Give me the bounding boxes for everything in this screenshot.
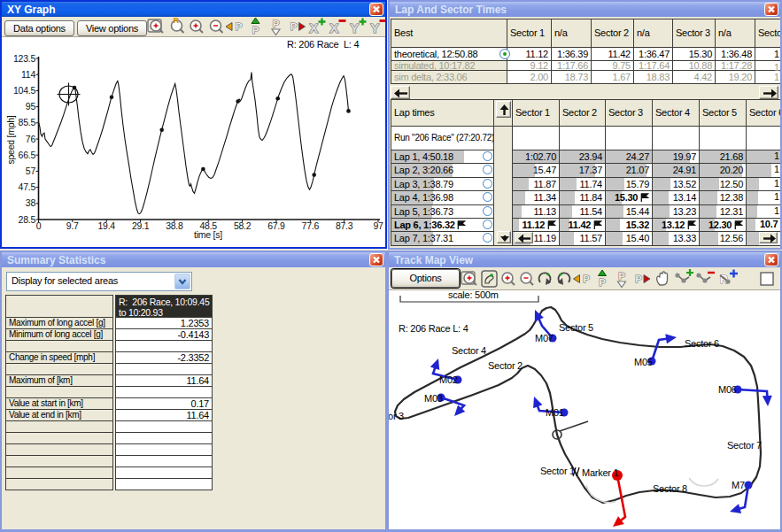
svg-text:Sector 8: Sector 8	[653, 483, 687, 494]
svg-text:M06: M06	[718, 384, 737, 395]
svg-text:85.5: 85.5	[19, 117, 36, 127]
svg-text:M7: M7	[732, 480, 745, 490]
svg-text:38: 38	[26, 197, 36, 208]
svg-text:time [s]: time [s]	[194, 229, 222, 240]
svg-text:speed [mph]: speed [mph]	[5, 115, 16, 164]
svg-text:M01: M01	[546, 407, 564, 418]
svg-text:47.5: 47.5	[19, 181, 36, 192]
svg-text:28.5: 28.5	[19, 214, 36, 225]
svg-text:Sector 5: Sector 5	[559, 322, 593, 333]
svg-text:Sector 3: Sector 3	[389, 411, 404, 421]
svg-text:123.5: 123.5	[13, 53, 35, 64]
svg-text:95: 95	[26, 101, 36, 112]
svg-text:57: 57	[26, 166, 36, 176]
svg-text:Sector 4: Sector 4	[452, 345, 486, 356]
svg-text:M05: M05	[634, 357, 653, 367]
svg-text:Sector 7: Sector 7	[727, 440, 762, 451]
svg-text:76: 76	[26, 134, 36, 144]
svg-text:M03: M03	[424, 393, 443, 404]
svg-text:66.5: 66.5	[19, 150, 36, 160]
svg-text:M02: M02	[439, 374, 458, 385]
svg-text:Sector 1: Sector 1	[540, 466, 575, 476]
svg-text:Sector 6: Sector 6	[685, 338, 719, 349]
svg-text:Sector 2: Sector 2	[488, 360, 523, 371]
svg-text:M07: M07	[535, 333, 554, 343]
svg-text:Marker 1: Marker 1	[582, 467, 619, 478]
svg-text:114: 114	[21, 69, 35, 80]
svg-text:104.5: 104.5	[13, 85, 35, 96]
svg-text:scale: 500m: scale: 500m	[448, 289, 499, 300]
svg-text:R: 206 Race L: 4: R: 206 Race L: 4	[399, 323, 468, 334]
